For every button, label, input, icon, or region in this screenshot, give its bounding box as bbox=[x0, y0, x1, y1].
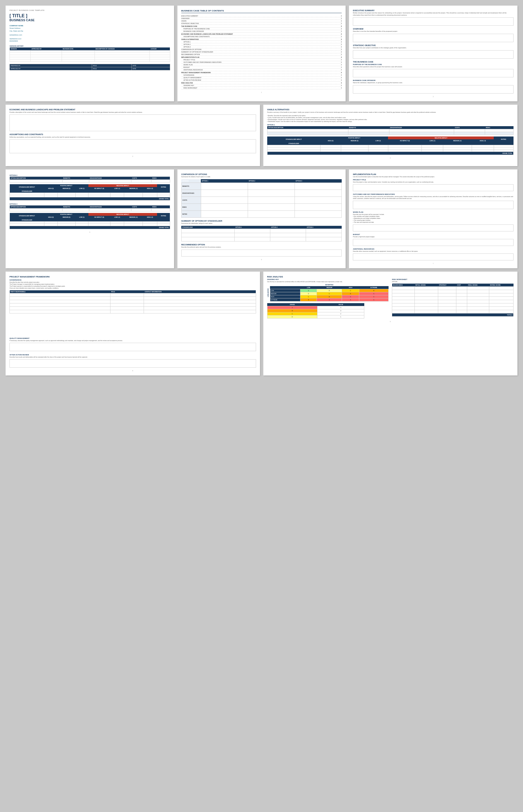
col-disadvantages: DISADVANTAGES bbox=[389, 126, 454, 129]
costs-row: COSTS bbox=[181, 197, 342, 204]
website: webaddress.com bbox=[10, 34, 170, 36]
workplan-title: WORK PLAN bbox=[353, 211, 513, 213]
toc-item: ADDITIONAL RESOURCES4 bbox=[181, 69, 342, 71]
table-row bbox=[10, 51, 170, 53]
econ-text-box bbox=[10, 114, 256, 131]
table-row bbox=[267, 132, 513, 135]
negative-impact-header: NEGATIVE IMPACT bbox=[388, 137, 494, 139]
additional-box bbox=[353, 253, 513, 261]
grand-total-row: GRAND TOTAL bbox=[10, 226, 170, 229]
prepared-date: DATE bbox=[132, 64, 170, 67]
risk-analysis-grid: GRADING KEY Use the key to calculate the… bbox=[267, 279, 514, 318]
table-row bbox=[267, 149, 513, 152]
toc-item: VIABLE ALTERNATIVES3 bbox=[181, 38, 342, 41]
severities-label: SEVERITIES bbox=[270, 284, 389, 285]
table-row bbox=[392, 293, 513, 297]
summary-body: Summarize the stakeholder ratings for ea… bbox=[181, 223, 342, 224]
quality-text-box bbox=[10, 343, 256, 351]
governance-text-box bbox=[10, 315, 256, 329]
strategic-text-box bbox=[353, 50, 513, 59]
outcomes-box bbox=[353, 201, 513, 209]
grading-matrix-container: LIKELIHOOD SEVERITIES LOW MEDIUM HIGH EX… bbox=[267, 284, 389, 301]
stakeholder-impact-header: STAKEHOLDER IMPACT bbox=[267, 137, 320, 142]
page-number-8: 8 bbox=[10, 370, 256, 372]
medium-pos-header: MEDIUM (2) bbox=[341, 139, 368, 142]
col-risks: RISKS bbox=[485, 126, 513, 129]
contact-header: CONTACT INFORMATION bbox=[144, 290, 256, 293]
bracket-title: [ TITLE ] bbox=[10, 13, 170, 18]
col-approved: APPROVED BY bbox=[31, 48, 62, 51]
col-description: DESCRIPTION OF CHANGES bbox=[94, 48, 150, 51]
rating-score-header: RATING SCORE bbox=[489, 284, 513, 287]
econ-body: Provide a description of the current and… bbox=[10, 111, 256, 113]
table-row bbox=[267, 145, 513, 147]
toc-item: AFTER ACTION REVIEW4 bbox=[181, 79, 342, 82]
toc-item: PURPOSE OF THE BUSINESS CASE3 bbox=[181, 28, 342, 30]
opt3-header: OPTION 3 bbox=[306, 226, 342, 229]
option3-table: OPTION DESCRIPTION BENEFITS DISADVANTAGE… bbox=[10, 206, 170, 211]
col-benefits: BENEFITS bbox=[348, 126, 389, 129]
exec-summary-text-box bbox=[353, 17, 513, 26]
no-impact-header: NO IMPACT (0) bbox=[388, 139, 422, 142]
col-disadvantages: DISADVANTAGES bbox=[89, 177, 131, 180]
grading-title: GRADING KEY bbox=[267, 279, 389, 280]
stakeholder-col-header: STAKEHOLDER bbox=[267, 142, 320, 145]
summary-stakeholder-table: STAKEHOLDER OPTION 1 OPTION 2 OPTION 3 bbox=[181, 226, 342, 242]
table-row bbox=[267, 147, 513, 149]
opt1-header: OPTION 1 bbox=[235, 226, 270, 229]
toc-item: RISK ANALYSIS4 bbox=[181, 82, 342, 84]
prepared-role: ROLE bbox=[92, 64, 132, 67]
criteria-col-header: CRITERIA bbox=[181, 179, 201, 183]
worksheet-title: RISK WORKSHEET bbox=[392, 279, 513, 280]
comparison-title: COMPARISON OF OPTIONS bbox=[181, 173, 342, 175]
viable-bullet1: • Benefits: Describe the expected value … bbox=[267, 115, 514, 123]
recommended-text-box bbox=[181, 249, 342, 257]
table-row bbox=[392, 290, 513, 293]
comparison-page: COMPARISON OF OPTIONS Summarize the deta… bbox=[177, 170, 346, 268]
col-revision: REVISION DATE bbox=[62, 48, 95, 51]
executive-summary-page: EXECUTIVE SUMMARY Briefly introduce the … bbox=[349, 5, 518, 101]
comparison-table: CRITERIA OPTION 1 OPTION 2 OPTION 3 BENE… bbox=[181, 179, 342, 218]
opt2-header: OPTION 2 bbox=[270, 226, 306, 229]
proj-mgmt-title: PROJECT MANAGEMENT FRAMEWORK bbox=[10, 276, 256, 278]
totals-row: TOTALS bbox=[392, 314, 513, 317]
low-neg-header: LOW (-1) bbox=[422, 139, 443, 142]
page-number-viable: 4 bbox=[267, 157, 514, 159]
assumptions-title: ASSUMPTIONS AND CONSTRAINTS bbox=[10, 134, 256, 135]
table-row bbox=[392, 297, 513, 300]
toc-item: RECOMMENDED OPTION3 bbox=[181, 53, 342, 56]
toc-item: PROJECT MANAGEMENT FRAMEWORK4 bbox=[181, 71, 342, 74]
table-row bbox=[181, 237, 342, 242]
table-row bbox=[10, 55, 170, 57]
grand-total-row: GRAND TOTAL bbox=[267, 152, 513, 155]
recommended-title: RECOMMENDED OPTION bbox=[181, 244, 342, 246]
table-row: EXTREME B A A A bbox=[270, 298, 389, 301]
toc-item: OVERVIEW3 bbox=[181, 17, 342, 20]
exec-summary-body: Briefly introduce the project and the re… bbox=[353, 12, 513, 16]
toc-item: QUALITY MANAGEMENT4 bbox=[181, 76, 342, 79]
budget-box bbox=[353, 239, 513, 246]
options-2-3-page: OPTION 2 OPTION DESCRIPTION BENEFITS DIS… bbox=[5, 170, 174, 268]
toc-item: WORK PLAN4 bbox=[181, 64, 342, 66]
cover-page: PROJECT BUSINESS CASE TEMPLATE [ TITLE ]… bbox=[5, 5, 174, 101]
option3-col-header: OPTION 3 bbox=[295, 179, 342, 183]
econ-title: ECONOMIC AND BUSINESS LANDSCAPE AND PROB… bbox=[10, 109, 256, 110]
page-number: 1 bbox=[181, 91, 342, 93]
toc-page: BUSINESS CASE TABLE OF CONTENTS EXECUTIV… bbox=[177, 5, 346, 101]
col-option-desc: OPTION DESCRIPTION bbox=[10, 177, 62, 180]
party-responsible-header: PARTY RESPONSIBLE bbox=[10, 290, 110, 293]
stakeholder-header: STAKEHOLDER bbox=[181, 226, 235, 229]
table-row bbox=[10, 59, 170, 62]
col-costs: COSTS bbox=[454, 126, 485, 129]
table-row bbox=[392, 307, 513, 310]
template-title: PROJECT BUSINESS CASE TEMPLATE bbox=[10, 10, 170, 11]
worksheet-option-label: OPTION bbox=[392, 281, 513, 282]
toc-list: EXECUTIVE SUMMARY3 OVERVIEW3 VISION3 STR… bbox=[181, 15, 342, 89]
col-costs: COSTS bbox=[131, 177, 151, 180]
purpose-title: PURPOSE OF THE BUSINESS CASE bbox=[353, 64, 513, 65]
high-neg-header: HIGH (-3) bbox=[472, 139, 494, 142]
purpose-text-box bbox=[353, 69, 513, 77]
table-row bbox=[10, 293, 256, 297]
page-number-9: 9 bbox=[267, 321, 514, 322]
strategic-body: Describe how your project contributes to… bbox=[353, 47, 513, 49]
